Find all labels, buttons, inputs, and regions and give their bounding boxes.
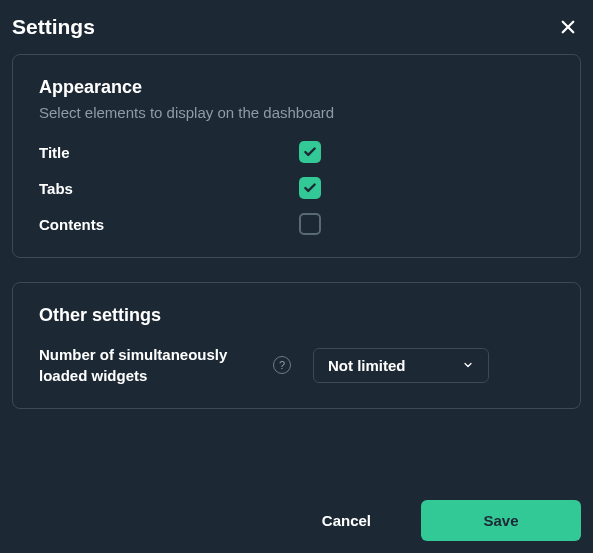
save-button[interactable]: Save [421, 500, 581, 541]
modal-footer: Cancel Save [12, 480, 581, 541]
checkbox-title[interactable] [299, 141, 321, 163]
check-icon [303, 181, 317, 195]
appearance-subtitle: Select elements to display on the dashbo… [39, 104, 554, 121]
checkbox-label: Title [39, 144, 299, 161]
checkbox-label: Tabs [39, 180, 299, 197]
cancel-button[interactable]: Cancel [286, 500, 407, 541]
widgets-select-value: Not limited [328, 357, 406, 374]
appearance-panel: Appearance Select elements to display on… [12, 54, 581, 258]
checkbox-tabs[interactable] [299, 177, 321, 199]
modal-title: Settings [12, 15, 95, 39]
checkbox-label: Contents [39, 216, 299, 233]
widgets-select[interactable]: Not limited [313, 348, 489, 383]
chevron-down-icon [462, 359, 474, 371]
widgets-row: Number of simultaneously loaded widgets … [39, 344, 554, 386]
checkbox-row-tabs: Tabs [39, 177, 554, 199]
other-settings-title: Other settings [39, 305, 554, 326]
check-icon [303, 145, 317, 159]
checkbox-row-title: Title [39, 141, 554, 163]
close-button[interactable] [555, 14, 581, 40]
checkbox-row-contents: Contents [39, 213, 554, 235]
widgets-label: Number of simultaneously loaded widgets [39, 344, 265, 386]
modal-header: Settings [12, 10, 581, 54]
appearance-title: Appearance [39, 77, 554, 98]
settings-modal: Settings Appearance Select elements to d… [0, 0, 593, 553]
close-icon [559, 18, 577, 36]
checkbox-contents[interactable] [299, 213, 321, 235]
help-icon[interactable]: ? [273, 356, 291, 374]
other-settings-panel: Other settings Number of simultaneously … [12, 282, 581, 409]
